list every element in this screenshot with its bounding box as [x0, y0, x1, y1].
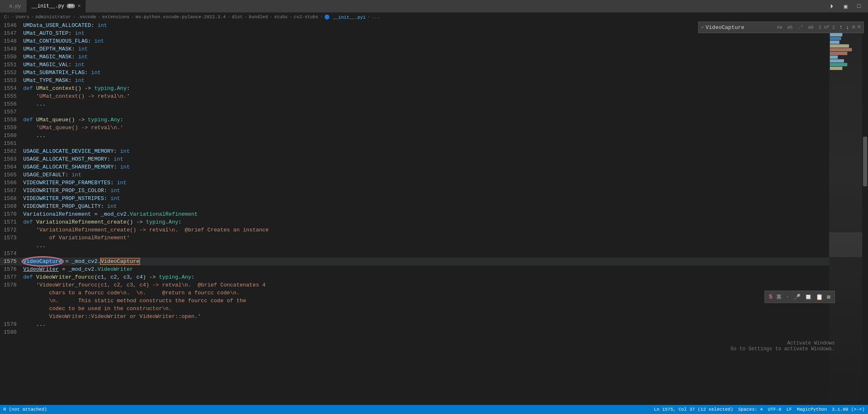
table-row: 1578 'VideoWriter_fourcc(c1, c2, c3, c4)…: [0, 281, 829, 289]
tab-label: __init__.py: [31, 3, 64, 9]
search-options: Aa ab .* aB: [775, 24, 815, 31]
table-row: 1551 UMat_MAGIC_VAL: int: [0, 61, 829, 69]
status-version[interactable]: 3.1.00 (>-<): [832, 407, 865, 412]
search-bar: ⌕ Aa ab .* aB 2 of 2 ↑ ↓ ≡ ×: [698, 22, 864, 33]
table-row: 1563 USAGE_ALLOCATE_HOST_MEMORY: int: [0, 155, 829, 163]
breadcrumb-item[interactable]: extensions: [102, 14, 130, 19]
breadcrumb-item[interactable]: dist: [232, 14, 243, 19]
table-row: 1554 def UMat_context() -> typing.Any:: [0, 84, 829, 92]
status-cursor[interactable]: Ln 1575, Col 37 (12 selected): [654, 407, 733, 412]
code-scroll: 1546 UMData_USER_ALLOCATED: int 1547 UMa…: [0, 22, 868, 405]
editor-area: 1546 UMData_USER_ALLOCATED: int 1547 UMa…: [0, 22, 868, 405]
ime-sep: ·: [786, 294, 789, 300]
breadcrumb-item[interactable]: Administrator: [35, 14, 71, 19]
table-row: 1572 'VariationalRefinement_create() -> …: [0, 226, 829, 234]
table-row: ...: [0, 242, 829, 250]
breadcrumb-item[interactable]: 🔵 __init__.pyi: [324, 14, 366, 20]
tab-badge: 9+: [67, 4, 75, 8]
breadcrumb-item[interactable]: Users: [16, 14, 29, 19]
minimap: [829, 22, 862, 405]
scrollbar[interactable]: [862, 22, 868, 405]
window-controls: ⏵ ▣ □: [827, 2, 864, 10]
status-language[interactable]: MagicPython: [797, 407, 827, 412]
table-row: 1580: [0, 328, 829, 336]
match-case-button[interactable]: Aa: [775, 24, 784, 31]
status-encoding[interactable]: UTF-8: [768, 407, 781, 412]
maximize-icon[interactable]: □: [854, 2, 864, 10]
table-row: 1562 USAGE_ALLOCATE_DEVICE_MEMORY: int: [0, 147, 829, 155]
status-right: Ln 1575, Col 37 (12 selected) Spaces: 4 …: [654, 407, 865, 412]
table-row: VideoWriter::VideoWriter or VideoWriter:…: [0, 313, 829, 320]
search-icon: ⌕: [701, 24, 704, 31]
table-row: 1579 ...: [0, 320, 829, 328]
search-close-button[interactable]: ×: [857, 24, 861, 31]
tab-init-py[interactable]: __init__.py 9+ ×: [27, 0, 87, 12]
search-more-button[interactable]: ≡: [852, 24, 855, 31]
breadcrumb: C: › Users › Administrator › .vscode › e…: [0, 12, 868, 22]
breadcrumb-item[interactable]: bundled: [249, 14, 268, 19]
table-row: 1565 USAGE_DEFAULT: int: [0, 171, 829, 179]
tab-bar: a.py __init__.py 9+ ×: [4, 0, 86, 12]
table-row: 1556 ...: [0, 100, 829, 108]
table-row: 1559 'UMat_queue() -> retval\n.': [0, 124, 829, 132]
code-container[interactable]: 1546 UMData_USER_ALLOCATED: int 1547 UMa…: [0, 22, 868, 405]
table-row: 1568 VIDEOWRITER_PROP_NSTRIPES: int: [0, 195, 829, 202]
table-row: 1552 UMat_SUBMATRIX_FLAG: int: [0, 69, 829, 77]
table-row: chars to a fourcc code\n. \n. @return a …: [0, 289, 829, 297]
table-row: 1548 UMat_CONTINUOUS_FLAG: int: [0, 37, 829, 45]
table-row: 1576 VideoWriter = _mod_cv2.VideoWriter: [0, 265, 829, 273]
layout-icon[interactable]: ▣: [841, 2, 851, 10]
table-row: 1561: [0, 140, 829, 147]
table-row: 1573 of VariationalRefinement': [0, 234, 829, 242]
status-eol[interactable]: LF: [786, 407, 792, 412]
table-row: 1571 def VariationalRefinement_create() …: [0, 218, 829, 226]
ime-toolbar: S 英 · 🎤 🔲 📋 ⊞: [764, 291, 835, 303]
table-row: 1569 VIDEOWRITER_PROP_QUALITY: int: [0, 202, 829, 210]
status-bar: R (not attached) Ln 1575, Col 37 (12 sel…: [0, 405, 868, 414]
table-row: 1560 ...: [0, 132, 829, 140]
title-bar: a.py __init__.py 9+ × ⏵ ▣ □: [0, 0, 868, 12]
close-icon[interactable]: ×: [77, 3, 81, 10]
code-lines: 1546 UMData_USER_ALLOCATED: int 1547 UMa…: [0, 22, 829, 405]
breadcrumb-item[interactable]: .vscode: [77, 14, 96, 19]
search-input[interactable]: [706, 24, 772, 31]
breadcrumb-item[interactable]: ...: [372, 14, 380, 19]
search-prev-button[interactable]: ↑: [838, 24, 843, 31]
table-row: 1558 def UMat_queue() -> typing.Any:: [0, 116, 829, 124]
table-row: 1557: [0, 108, 829, 116]
scrollbar-thumb[interactable]: [863, 137, 867, 186]
table-row: 1575 VideoCapture = _mod_cv2.VideoCaptur…: [0, 258, 829, 265]
whole-word-button[interactable]: ab: [786, 24, 794, 31]
ime-logo: S: [769, 294, 772, 300]
regex-button[interactable]: .*: [796, 24, 805, 31]
table-row: codec to be used in the constructor\n.: [0, 305, 829, 313]
breadcrumb-item[interactable]: C:: [4, 14, 10, 19]
ime-search-icon[interactable]: 🔲: [805, 294, 812, 301]
table-row: 1577 def VideoWriter_fourcc(c1, c2, c3, …: [0, 273, 829, 281]
breadcrumb-item[interactable]: ms-python.vscode-pylance-2022.3.4: [135, 14, 226, 19]
breadcrumb-item[interactable]: cv2-stubs: [294, 14, 318, 19]
ime-lang[interactable]: 英: [776, 294, 781, 301]
table-row: 1567 VIDEOWRITER_PROP_IS_COLOR: int: [0, 187, 829, 195]
status-spaces[interactable]: Spaces: 4: [738, 407, 763, 412]
debug-icon[interactable]: ⏵: [827, 2, 837, 10]
table-row: 1555 'UMat_context() -> retval\n.': [0, 92, 829, 100]
table-row: 1550 UMat_MAGIC_MASK: int: [0, 53, 829, 61]
status-remote[interactable]: R (not attached): [3, 407, 47, 412]
ime-mic-icon[interactable]: 🎤: [793, 294, 800, 301]
ime-settings-icon[interactable]: 📋: [816, 294, 823, 301]
search-next-button[interactable]: ↓: [845, 24, 850, 31]
status-left: R (not attached): [3, 407, 47, 412]
table-row: \n. This static method constructs the fo…: [0, 297, 829, 305]
table-row: 1570 VariationalRefinement = _mod_cv2.Va…: [0, 210, 829, 218]
table-row: 1566 VIDEOWRITER_PROP_FRAMEBYTES: int: [0, 179, 829, 187]
minimap-viewport: [829, 232, 862, 257]
table-row: 1564 USAGE_ALLOCATE_SHARED_MEMORY: int: [0, 163, 829, 171]
breadcrumb-item[interactable]: stubs: [274, 14, 288, 19]
preserve-case-button[interactable]: aB: [806, 24, 815, 31]
table-row: 1574: [0, 250, 829, 258]
table-row: 1553 UMat_TYPE_MASK: int: [0, 77, 829, 84]
search-count: 2 of 2: [819, 25, 835, 30]
ime-more-icon[interactable]: ⊞: [827, 294, 830, 301]
tab-a-py[interactable]: a.py: [4, 0, 27, 12]
